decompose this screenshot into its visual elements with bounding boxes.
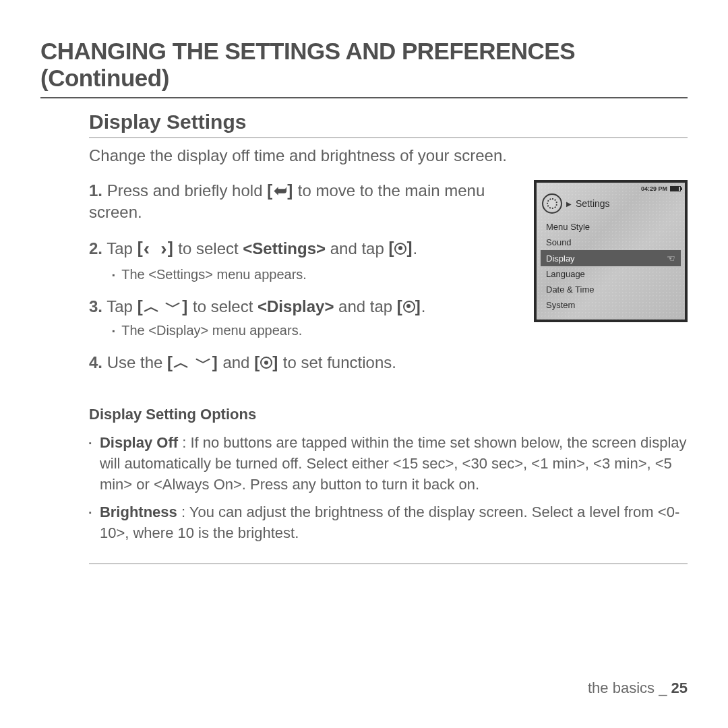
device-status-bar: 04:29 PM bbox=[537, 183, 685, 192]
pointer-hand-icon: ☜ bbox=[667, 253, 675, 264]
options-list: ▪ Display Off : If no buttons are tapped… bbox=[89, 433, 688, 564]
select-key-icon: [] bbox=[254, 352, 278, 373]
device-menu: Menu Style Sound Display ☜ Language Date… bbox=[537, 219, 685, 313]
left-right-key-icon: [‹ ›] bbox=[138, 236, 174, 262]
page-footer: the basics _ 25 bbox=[588, 679, 688, 697]
up-down-key-icon: [︿ ﹀] bbox=[138, 296, 189, 317]
select-key-icon: [] bbox=[397, 296, 421, 317]
step-4: 4. Use the [︿ ﹀] and [] to set functions… bbox=[89, 352, 520, 373]
gear-icon bbox=[542, 193, 562, 214]
back-key-icon: [➥] bbox=[267, 180, 293, 202]
device-time: 04:29 PM bbox=[641, 185, 667, 192]
select-key-icon: [] bbox=[388, 237, 413, 259]
device-menu-item: Sound bbox=[541, 235, 681, 250]
device-menu-item: Date & Time bbox=[541, 282, 681, 297]
play-icon: ▶ bbox=[566, 200, 572, 208]
device-menu-item: Language bbox=[541, 266, 681, 282]
page-heading: CHANGING THE SETTINGS AND PREFERENCES (C… bbox=[40, 38, 688, 98]
step-1: 1. Press and briefly hold [➥] to move to… bbox=[89, 180, 520, 224]
up-down-key-icon: [︿ ﹀] bbox=[167, 352, 218, 373]
steps-list: 1. Press and briefly hold [➥] to move to… bbox=[89, 180, 534, 386]
device-menu-item-selected: Display ☜ bbox=[541, 250, 681, 266]
device-menu-item: Menu Style bbox=[541, 219, 681, 235]
step-2: 2. Tap [‹ ›] to select <Settings> and ta… bbox=[89, 236, 520, 284]
battery-icon bbox=[670, 186, 681, 191]
step-3-sub: The <Display> menu appears. bbox=[112, 322, 520, 340]
option-display-off: ▪ Display Off : If no buttons are tapped… bbox=[89, 433, 688, 495]
device-title: Settings bbox=[576, 198, 610, 209]
device-menu-item: System bbox=[541, 297, 681, 313]
step-2-sub: The <Settings> menu appears. bbox=[112, 266, 520, 284]
device-title-row: ▶ Settings bbox=[537, 192, 685, 219]
section-heading-display-settings: Display Settings bbox=[89, 111, 688, 138]
options-heading: Display Setting Options bbox=[89, 406, 688, 423]
intro-text: Change the display off time and brightne… bbox=[89, 146, 688, 165]
step-3: 3. Tap [︿ ﹀] to select <Display> and tap… bbox=[89, 296, 520, 340]
option-brightness: ▪ Brightness : You can adjust the bright… bbox=[89, 502, 688, 544]
device-screenshot: 04:29 PM ▶ Settings Menu Style Sound Dis… bbox=[534, 180, 688, 322]
